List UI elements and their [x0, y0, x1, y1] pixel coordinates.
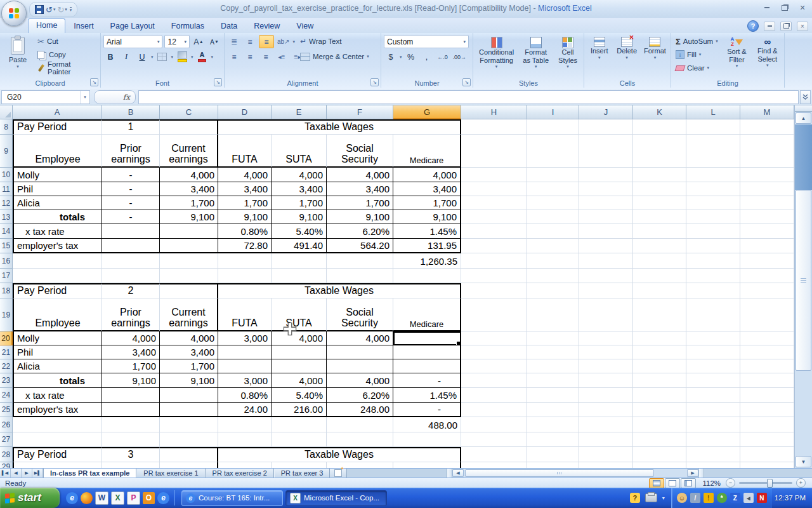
row-header-18[interactable]: 18	[0, 283, 13, 298]
cell-F26[interactable]	[327, 417, 393, 432]
accounting-format-button[interactable]: $	[384, 51, 398, 63]
cell-M11[interactable]	[740, 182, 794, 196]
cell-C18[interactable]	[160, 283, 218, 298]
cell-E12[interactable]: 1,700	[272, 196, 327, 210]
cell-H21[interactable]	[461, 345, 527, 359]
font-color-button[interactable]: A	[195, 51, 209, 63]
clear-button[interactable]: Clear▾	[674, 62, 720, 74]
cell-L11[interactable]	[686, 182, 740, 196]
next-sheet-button[interactable]: ▶	[22, 469, 32, 478]
cell-K20[interactable]	[633, 331, 686, 345]
cell-J9[interactable]	[579, 135, 633, 168]
cell-A13[interactable]: totals	[13, 210, 102, 224]
alignment-dialog-launcher[interactable]: ↘	[370, 78, 379, 86]
cell-E14[interactable]: 5.40%	[272, 224, 327, 239]
tray-messenger-icon[interactable]: ☺	[677, 493, 687, 503]
cell-F24[interactable]: 6.20%	[327, 388, 393, 403]
cell-I24[interactable]	[527, 388, 579, 403]
row-header-26[interactable]: 26	[0, 417, 13, 432]
cell-I23[interactable]	[527, 373, 579, 388]
cell-M8[interactable]	[740, 119, 794, 135]
cell-L12[interactable]	[686, 196, 740, 210]
cell-F15[interactable]: 564.20	[327, 239, 393, 253]
cell-D21[interactable]	[218, 345, 272, 359]
cell-F13[interactable]: 9,100	[327, 210, 393, 224]
row-header-27[interactable]: 27	[0, 432, 13, 447]
font-dialog-launcher[interactable]: ↘	[214, 78, 222, 86]
cell-L22[interactable]	[686, 359, 740, 373]
col-header-J[interactable]: J	[579, 105, 633, 119]
cell-K14[interactable]	[633, 224, 686, 239]
cell-C26[interactable]	[160, 417, 218, 432]
paste-button[interactable]: Paste ▾	[3, 35, 33, 78]
cell-E17[interactable]	[272, 269, 327, 283]
cell-K28[interactable]	[633, 447, 686, 462]
insert-function-button[interactable]: fx	[94, 90, 136, 104]
printer-icon[interactable]	[645, 493, 657, 502]
cell-M16[interactable]	[740, 253, 794, 269]
zoom-out-button[interactable]: −	[726, 478, 735, 488]
cell-M27[interactable]	[740, 432, 794, 447]
cell-B19[interactable]: Prior earnings	[102, 298, 160, 331]
row-header-19[interactable]: 19	[0, 298, 13, 331]
cell-A14[interactable]: x tax rate	[13, 224, 102, 239]
cell-B17[interactable]	[102, 269, 160, 283]
cell-K9[interactable]	[633, 135, 686, 168]
cell-I28[interactable]	[527, 447, 579, 462]
cell-G10[interactable]: 4,000	[393, 168, 461, 182]
cell-I22[interactable]	[527, 359, 579, 373]
cell-C13[interactable]: 9,100	[160, 210, 218, 224]
cell-M29[interactable]	[740, 462, 794, 468]
cell-A22[interactable]: Alicia	[13, 359, 102, 373]
cell-D11[interactable]: 3,400	[218, 182, 272, 196]
cell-M12[interactable]	[740, 196, 794, 210]
cell-L10[interactable]	[686, 168, 740, 182]
cell-E25[interactable]: 216.00	[272, 403, 327, 417]
cell-G16[interactable]: 1,260.35	[393, 253, 461, 269]
cell-K8[interactable]	[633, 119, 686, 135]
cell-J8[interactable]	[579, 119, 633, 135]
workbook-close-button[interactable]: ×	[797, 22, 808, 31]
cell-H10[interactable]	[461, 168, 527, 182]
name-box[interactable]: G20 ▾	[1, 90, 90, 104]
cell-L28[interactable]	[686, 447, 740, 462]
cell-H24[interactable]	[461, 388, 527, 403]
page-layout-view-button[interactable]	[665, 478, 680, 488]
cell-G21[interactable]	[393, 345, 461, 359]
cell-L13[interactable]	[686, 210, 740, 224]
cell-G15[interactable]: 131.95	[393, 239, 461, 253]
cell-K29[interactable]	[633, 462, 686, 468]
find-select-button[interactable]: ∞ Find & Select▾	[754, 35, 782, 78]
cell-E22[interactable]	[272, 359, 327, 373]
vertical-split-handle[interactable]	[795, 105, 812, 112]
conditional-formatting-button[interactable]: Conditional Formatting▾	[476, 35, 517, 78]
cell-B14[interactable]	[102, 224, 160, 239]
cell-K13[interactable]	[633, 210, 686, 224]
cell-B9[interactable]: Prior earnings	[102, 135, 160, 168]
cell-L19[interactable]	[686, 298, 740, 331]
wrap-text-button[interactable]: ↵Wrap Text	[298, 35, 371, 48]
first-sheet-button[interactable]: ▌◀	[0, 469, 11, 478]
cell-M26[interactable]	[740, 417, 794, 432]
cell-E19[interactable]: SUTA	[272, 298, 327, 331]
cell-I27[interactable]	[527, 432, 579, 447]
cell-F25[interactable]: 248.00	[327, 403, 393, 417]
col-header-I[interactable]: I	[527, 105, 579, 119]
cell-C14[interactable]	[160, 224, 218, 239]
workbook-restore-button[interactable]	[780, 22, 792, 31]
cell-H23[interactable]	[461, 373, 527, 388]
cell-I9[interactable]	[527, 135, 579, 168]
cell-I25[interactable]	[527, 403, 579, 417]
format-cells-button[interactable]: Format▾	[642, 35, 668, 78]
bottom-align-button[interactable]: ≡	[259, 35, 274, 48]
tray-tools-icon[interactable]: /	[690, 493, 700, 503]
cell-C17[interactable]	[160, 269, 218, 283]
redo-button[interactable]: ↻▾	[57, 5, 67, 15]
comma-style-button[interactable]: ,	[420, 51, 434, 63]
borders-button[interactable]	[155, 51, 169, 63]
cell-A19[interactable]: Employee	[13, 298, 102, 331]
col-header-H[interactable]: H	[461, 105, 527, 119]
row-header-14[interactable]: 14	[0, 224, 13, 239]
percent-style-button[interactable]: %	[404, 51, 418, 63]
cell-K10[interactable]	[633, 168, 686, 182]
